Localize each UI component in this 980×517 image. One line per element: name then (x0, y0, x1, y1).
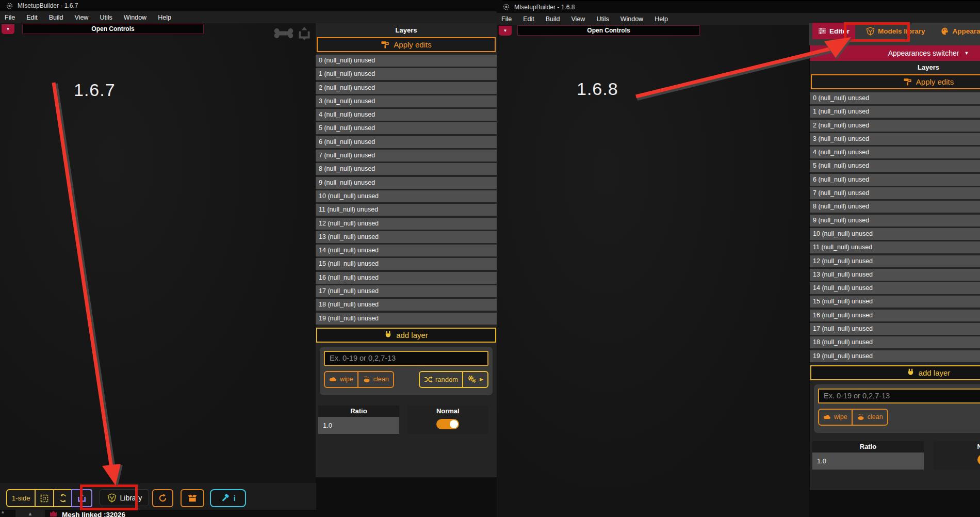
layer-range-input[interactable] (818, 389, 980, 403)
menu-item[interactable]: Edit (523, 15, 534, 23)
layer-row[interactable]: 3 (null_null) unused (810, 133, 980, 145)
right-titlebar: MIsetupBuilder - 1.6.8 (497, 1, 980, 13)
layer-row[interactable]: 1 (null_null) unused (316, 68, 497, 80)
layer-row[interactable]: 2 (null_null) unused (810, 120, 980, 132)
side-mode-button[interactable]: 1-side (7, 490, 35, 506)
layer-row[interactable]: 5 (null_null) unused (316, 122, 497, 134)
layer-row[interactable]: 19 (null_null) unused (316, 313, 497, 325)
layer-row[interactable]: 18 (null_null) unused (316, 299, 497, 311)
toggle-knob (450, 420, 458, 428)
normal-label: Normal (933, 441, 980, 453)
layer-row[interactable]: 15 (null_null) unused (316, 258, 497, 270)
layer-row[interactable]: 2 (null_null) unused (316, 82, 497, 94)
crate-button[interactable] (181, 489, 204, 507)
layer-row[interactable]: 11 (null_null) unused (810, 241, 980, 253)
layer-row[interactable]: 10 (null_null) unused (810, 228, 980, 240)
menu-item[interactable]: Utils (596, 15, 609, 23)
controls-collapse-button[interactable]: ▼ (2, 24, 14, 34)
layer-row[interactable]: 11 (null_null) unused (316, 204, 497, 216)
library-button[interactable]: Library (100, 489, 149, 506)
layer-row[interactable]: 0 (null_null) unused (810, 92, 980, 104)
open-controls-button[interactable]: Open Controls (517, 25, 700, 36)
layer-row[interactable]: 14 (null_null) unused (810, 282, 980, 294)
layer-row[interactable]: 16 (null_null) unused (316, 272, 497, 284)
layer-row[interactable]: 6 (null_null) unused (810, 174, 980, 186)
clean-button[interactable]: clean (357, 372, 393, 387)
add-layer-label: add layer (396, 331, 428, 340)
menu-item[interactable]: Window (620, 15, 643, 23)
menu-item[interactable]: Window (124, 14, 146, 21)
normal-toggle[interactable] (436, 419, 459, 429)
layer-row[interactable]: 4 (null_null) unused (810, 147, 980, 158)
clean-label: clean (868, 413, 883, 421)
apply-edits-button[interactable]: Apply edits (317, 37, 496, 52)
refresh-button[interactable] (152, 489, 173, 507)
layers-panel-title: Layers (316, 23, 497, 37)
menu-item[interactable]: File (501, 15, 512, 23)
tab-appearances[interactable]: Appearances (935, 23, 980, 39)
sync-button[interactable] (53, 490, 72, 506)
layer-row[interactable]: 5 (null_null) unused (810, 160, 980, 172)
bone-icon[interactable] (274, 28, 293, 39)
normal-toggle[interactable] (977, 455, 980, 465)
left-window: MIsetupBuilder - 1.6.7 FileEditBuildView… (0, 0, 497, 517)
random-settings-button[interactable]: ▶ (462, 372, 487, 387)
appearances-switcher[interactable]: Appearances switcher ▼ (810, 45, 980, 61)
menu-item[interactable]: Edit (26, 14, 38, 21)
add-layer-button[interactable]: add layer (810, 365, 980, 380)
menu-item[interactable]: Build (49, 14, 63, 21)
clamp-tool-button[interactable] (71, 489, 92, 507)
wipe-button[interactable]: wipe (325, 372, 357, 387)
open-controls-button[interactable]: Open Controls (22, 24, 204, 34)
layer-row[interactable]: 4 (null_null) unused (316, 109, 497, 121)
add-layer-label: add layer (919, 368, 951, 377)
ratio-input[interactable]: 1.0 (812, 453, 924, 470)
layer-row[interactable]: 12 (null_null) unused (810, 255, 980, 267)
clamp-icon[interactable] (297, 26, 312, 41)
menu-item[interactable]: View (75, 14, 89, 21)
wipe-button[interactable]: wipe (819, 410, 852, 425)
layer-row[interactable]: 13 (null_null) unused (810, 269, 980, 281)
menu-item[interactable]: Build (546, 15, 560, 23)
random-button[interactable]: random (420, 372, 462, 387)
layer-row[interactable]: 0 (null_null) unused (316, 55, 497, 67)
layer-row[interactable]: 7 (null_null) unused (810, 187, 980, 199)
layer-row[interactable]: 8 (null_null) unused (316, 163, 497, 175)
tab-editor[interactable]: Editor (812, 23, 855, 39)
layer-row[interactable]: 9 (null_null) unused (316, 177, 497, 189)
build-info-button[interactable]: i (210, 489, 246, 507)
left-version-annotation: 1.6.7 (74, 80, 116, 100)
layer-range-input[interactable] (324, 351, 488, 366)
layer-row[interactable]: 17 (null_null) unused (316, 285, 497, 297)
layer-row[interactable]: 1 (null_null) unused (810, 106, 980, 118)
add-layer-button[interactable]: add layer (316, 328, 496, 343)
layer-row[interactable]: 18 (null_null) unused (810, 336, 980, 348)
layer-row[interactable]: 8 (null_null) unused (810, 201, 980, 213)
menu-item[interactable]: Help (655, 15, 668, 23)
menu-item[interactable]: Help (158, 14, 171, 21)
layer-row[interactable]: 13 (null_null) unused (316, 231, 497, 243)
layer-row[interactable]: 7 (null_null) unused (316, 150, 497, 161)
menu-item[interactable]: File (5, 14, 15, 21)
grid-button[interactable] (35, 490, 53, 506)
ratio-input[interactable]: 1.0 (318, 417, 399, 434)
apply-edits-button[interactable]: Apply edits (811, 74, 980, 89)
layer-row[interactable]: 19 (null_null) unused (810, 350, 980, 362)
tab-models-library-label: Models library (878, 27, 925, 35)
layer-row[interactable]: 17 (null_null) unused (810, 323, 980, 335)
clean-button[interactable]: clean (852, 410, 887, 425)
status-expander[interactable]: ▲ (15, 510, 45, 517)
layer-row[interactable]: 14 (null_null) unused (316, 245, 497, 256)
menu-item[interactable]: View (571, 15, 585, 23)
layer-row[interactable]: 9 (null_null) unused (810, 215, 980, 227)
layer-row[interactable]: 10 (null_null) unused (316, 190, 497, 202)
layer-row[interactable]: 6 (null_null) unused (316, 136, 497, 148)
left-editor-viewport (0, 23, 316, 483)
controls-collapse-button[interactable]: ▼ (499, 26, 512, 36)
layer-row[interactable]: 15 (null_null) unused (810, 296, 980, 308)
tab-models-library[interactable]: Models library (860, 23, 931, 39)
layer-row[interactable]: 12 (null_null) unused (316, 218, 497, 230)
layer-row[interactable]: 3 (null_null) unused (316, 95, 497, 107)
layer-row[interactable]: 16 (null_null) unused (810, 310, 980, 321)
menu-item[interactable]: Utils (100, 14, 112, 21)
